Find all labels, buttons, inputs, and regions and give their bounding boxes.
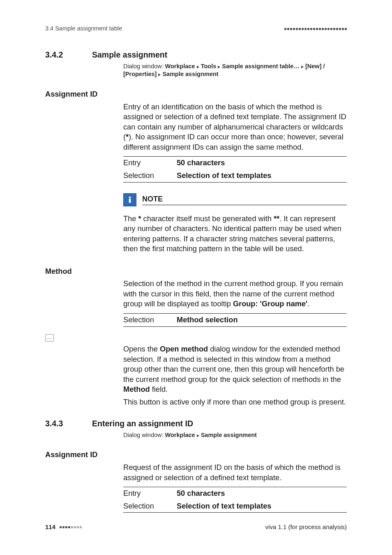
table-row: Entry 50 characters xyxy=(123,487,347,500)
dialog-part: Sample assignment xyxy=(162,71,218,77)
group-name-bold: Group: 'Group name' xyxy=(233,300,307,308)
table-value: 50 characters xyxy=(177,488,225,499)
triangle-icon: ▸ xyxy=(218,64,220,69)
text: character itself must be generated with xyxy=(141,215,273,223)
text: The xyxy=(123,215,138,223)
section-title: Sample assignment xyxy=(92,49,167,60)
method-paragraph: Selection of the method in the current m… xyxy=(123,279,347,309)
open-method-bold: Open method xyxy=(160,345,208,353)
method-bold: Method xyxy=(123,385,150,393)
text: field. xyxy=(150,385,168,393)
section-342-heading: 3.4.2 Sample assignment xyxy=(45,49,347,60)
table-key: Entry xyxy=(123,158,177,168)
text: Opens the xyxy=(123,345,160,353)
section-title: Entering an assignment ID xyxy=(92,418,193,429)
dialog-part: Workplace xyxy=(165,432,195,438)
table-value: Method selection xyxy=(177,315,238,325)
info-icon xyxy=(123,193,136,206)
method-table: Selection Method selection xyxy=(123,313,347,327)
dialog-part: Sample assignment table… xyxy=(222,63,300,69)
dialog-part: Sample assignment xyxy=(201,432,257,438)
assignment-id-paragraph: Entry of an identification on the basis … xyxy=(123,102,347,153)
footer-left: 114 xyxy=(45,523,82,531)
table-row: Entry 50 characters xyxy=(123,157,347,169)
header-dots xyxy=(284,25,347,32)
ellipsis-note: This button is active only if more than … xyxy=(123,397,347,407)
triangle-icon: ▸ xyxy=(197,64,199,69)
star: ** xyxy=(274,215,279,223)
header-left: 3.4 Sample assignment table xyxy=(45,25,122,33)
table-value: 50 characters xyxy=(177,158,225,168)
note-body: The * character itself must be generated… xyxy=(123,214,347,254)
dialog-prefix: Dialog window: xyxy=(123,432,165,438)
table-value: Selection of text templates xyxy=(177,501,271,511)
table-value: Selection of text templates xyxy=(177,171,271,181)
dialog-path-343: Dialog window: Workplace ▸ Sample assign… xyxy=(123,431,347,439)
note-header: NOTE xyxy=(123,193,347,206)
footer-right: viva 1.1 (for process analysis) xyxy=(265,523,347,531)
table-key: Entry xyxy=(123,488,177,499)
assignment-id-2-heading: Assignment ID xyxy=(45,450,347,460)
method-heading: Method xyxy=(45,266,347,277)
table-row: Selection Method selection xyxy=(123,314,347,327)
page-footer: 114 viva 1.1 (for process analysis) xyxy=(45,523,347,531)
section-343-heading: 3.4.3 Entering an assignment ID xyxy=(45,418,347,429)
svg-rect-1 xyxy=(129,199,131,203)
dialog-prefix: Dialog window: xyxy=(123,63,165,69)
table-key: Selection xyxy=(123,315,177,325)
page: 3.4 Sample assignment table 3.4.2 Sample… xyxy=(0,0,392,555)
section-number: 3.4.2 xyxy=(45,49,82,60)
section-number: 3.4.3 xyxy=(45,418,82,429)
footer-dots xyxy=(59,524,82,530)
running-header: 3.4 Sample assignment table xyxy=(45,25,347,33)
note-title: NOTE xyxy=(142,195,163,203)
triangle-icon: ▸ xyxy=(158,72,161,77)
assignment-id-table: Entry 50 characters Selection Selection … xyxy=(123,156,347,182)
ellipsis-button[interactable]: … xyxy=(45,334,54,342)
triangle-icon: ▸ xyxy=(301,64,304,69)
svg-point-0 xyxy=(129,196,131,198)
table-key: Selection xyxy=(123,501,177,511)
dialog-part: Tools xyxy=(201,63,217,69)
ellipsis-paragraph: Opens the Open method dialog window for … xyxy=(123,344,347,395)
assignment-id-heading: Assignment ID xyxy=(45,89,347,99)
dialog-part: Workplace xyxy=(165,63,195,69)
note-box: NOTE The * character itself must be gene… xyxy=(123,193,347,254)
assignment-id-2-paragraph: Request of the assignment ID on the basi… xyxy=(123,462,347,483)
table-key: Selection xyxy=(123,171,177,181)
table-row: Selection Selection of text templates xyxy=(123,169,347,183)
page-number: 114 xyxy=(45,523,55,531)
text: . xyxy=(307,300,309,308)
table-row: Selection Selection of text templates xyxy=(123,500,347,513)
triangle-icon: ▸ xyxy=(197,432,199,438)
assignment-id-2-table: Entry 50 characters Selection Selection … xyxy=(123,487,347,513)
dialog-path-342: Dialog window: Workplace ▸ Tools ▸ Sampl… xyxy=(123,62,347,79)
text: ). No assignment ID can occur more than … xyxy=(123,133,344,151)
